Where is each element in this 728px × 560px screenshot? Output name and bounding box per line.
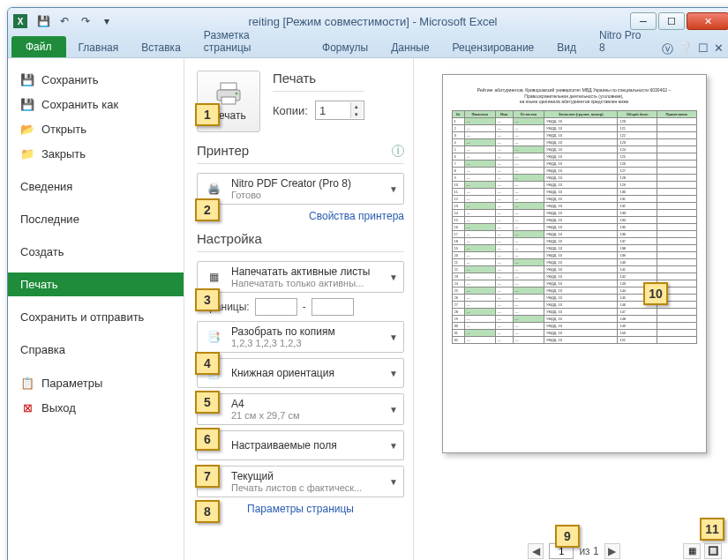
scaling-dropdown[interactable]: ⎙ ТекущийПечать листов с фактическ... ▼	[197, 466, 404, 497]
menu-new[interactable]: Создать	[8, 240, 184, 264]
copies-input[interactable]: 1 ▴▾	[315, 101, 364, 120]
print-section-title: Печать	[273, 71, 364, 86]
menu-exit[interactable]: ⊠Выход	[8, 395, 184, 420]
menu-close-label: Закрыть	[41, 147, 86, 161]
svg-rect-0	[221, 83, 236, 90]
tab-file[interactable]: Файл	[11, 36, 66, 57]
chevron-down-icon: ▼	[389, 273, 398, 282]
menu-recent-label: Последние	[20, 213, 79, 226]
collate-label: Разобрать по копиям	[231, 325, 382, 338]
copies-value: 1	[319, 104, 326, 117]
show-margins-button[interactable]: ▦	[683, 543, 701, 559]
tab-page-layout[interactable]: Разметка страницы	[193, 26, 310, 57]
save-icon[interactable]: 💾	[34, 12, 52, 30]
menu-close[interactable]: 📁Закрыть	[8, 141, 184, 166]
tab-nitro[interactable]: Nitro Pro 8	[589, 26, 660, 57]
next-page-button[interactable]: ▶	[604, 543, 620, 559]
info-icon[interactable]: i	[392, 145, 404, 157]
tab-formulas[interactable]: Формулы	[311, 38, 379, 57]
paper-label: A4	[231, 398, 382, 410]
chevron-down-icon: ▼	[389, 441, 398, 451]
chevron-down-icon: ▼	[389, 405, 398, 414]
printer-properties-link[interactable]: Свойства принтера	[197, 210, 404, 222]
printer-status: Готово	[231, 190, 382, 200]
scaling-label: Текущий	[231, 470, 382, 482]
spin-down-icon[interactable]: ▾	[350, 110, 363, 118]
menu-info-label: Сведения	[20, 180, 72, 193]
collate-dropdown[interactable]: 📑 Разобрать по копиям1,2,3 1,2,3 1,2,3 ▼	[197, 321, 404, 353]
callout-10: 10	[643, 282, 668, 305]
window-restore-icon[interactable]: ☐	[698, 41, 709, 57]
printer-name: Nitro PDF Creator (Pro 8)	[231, 177, 382, 190]
margins-dropdown[interactable]: ✧ Настраиваемые поля ▼	[197, 430, 404, 460]
callout-9: 9	[555, 525, 580, 548]
callout-3: 3	[195, 288, 220, 311]
page-setup-link[interactable]: Параметры страницы	[197, 503, 404, 515]
close-file-icon: 📁	[20, 146, 34, 161]
chevron-down-icon: ▼	[389, 477, 398, 487]
pages-from-input[interactable]	[255, 298, 297, 316]
menu-recent[interactable]: Последние	[8, 207, 184, 231]
qat-dropdown-icon[interactable]: ▾	[98, 12, 116, 30]
tab-data[interactable]: Данные	[380, 38, 439, 57]
menu-new-label: Создать	[20, 245, 64, 258]
app-window: X 💾 ↶ ↷ ▾ reiting [Режим совместимости] …	[7, 7, 728, 560]
menu-help[interactable]: Справка	[8, 338, 184, 362]
backstage-menu: 💾Сохранить 💾Сохранить как 📂Открыть 📁Закр…	[8, 58, 184, 560]
callout-1: 1	[195, 103, 220, 126]
menu-options[interactable]: 📋Параметры	[8, 370, 184, 395]
ribbon-tabs: Файл Главная Вставка Разметка страницы Ф…	[8, 34, 728, 57]
callout-4: 4	[195, 352, 220, 375]
svg-rect-2	[221, 97, 236, 104]
orientation-dropdown[interactable]: 📄 Книжная ориентация ▼	[197, 358, 404, 388]
menu-print[interactable]: Печать	[8, 273, 184, 296]
help-icon[interactable]: ❔	[679, 41, 693, 57]
menu-share-label: Сохранить и отправить	[20, 310, 144, 324]
scaling-sub: Печать листов с фактическ...	[231, 482, 382, 493]
minimize-ribbon-icon[interactable]: ⓥ	[662, 41, 673, 57]
print-what-label: Напечатать активные листы	[231, 265, 382, 278]
callout-7: 7	[195, 465, 220, 488]
settings-section-title: Настройка	[197, 231, 404, 246]
print-what-dropdown[interactable]: ▦ Напечатать активные листыНапечатать то…	[197, 261, 404, 293]
undo-icon[interactable]: ↶	[56, 12, 73, 30]
zoom-controls: ▦ 🔲	[683, 543, 722, 559]
window-close-icon[interactable]: ✕	[714, 41, 724, 57]
quick-access-toolbar: 💾 ↶ ↷ ▾	[34, 12, 116, 30]
menu-save-as-label: Сохранить как	[41, 98, 118, 111]
open-icon: 📂	[20, 122, 34, 136]
menu-options-label: Параметры	[41, 377, 102, 390]
callout-5: 5	[195, 391, 220, 414]
prev-page-button[interactable]: ◀	[528, 543, 544, 559]
menu-save[interactable]: 💾Сохранить	[8, 67, 184, 92]
excel-icon: X	[13, 14, 27, 28]
svg-point-3	[236, 93, 238, 95]
menu-share[interactable]: Сохранить и отправить	[8, 305, 184, 329]
menu-open-label: Открыть	[41, 123, 86, 136]
orientation-label: Книжная ориентация	[231, 367, 382, 379]
backstage-view: 💾Сохранить 💾Сохранить как 📂Открыть 📁Закр…	[8, 57, 728, 560]
menu-open[interactable]: 📂Открыть	[8, 116, 184, 141]
tab-home[interactable]: Главная	[68, 38, 130, 57]
maximize-button[interactable]: ☐	[658, 12, 685, 30]
tab-review[interactable]: Рецензирование	[442, 38, 545, 57]
printer-dropdown[interactable]: 🖨️ Nitro PDF Creator (Pro 8)Готово ▼	[197, 173, 404, 205]
tab-view[interactable]: Вид	[546, 38, 587, 57]
printer-device-icon: 🖨️	[203, 178, 224, 199]
save-as-icon: 💾	[20, 97, 34, 111]
redo-icon[interactable]: ↷	[77, 12, 94, 30]
zoom-page-button[interactable]: 🔲	[704, 543, 722, 559]
print-preview-pane: Рейтинг абитуриентов. Криворожский униве…	[414, 58, 728, 560]
tab-insert[interactable]: Вставка	[131, 38, 191, 57]
spin-up-icon[interactable]: ▴	[350, 102, 363, 110]
callout-6: 6	[195, 428, 220, 451]
menu-save-label: Сохранить	[41, 73, 99, 86]
menu-info[interactable]: Сведения	[8, 175, 184, 198]
copies-label: Копии:	[273, 104, 308, 117]
callout-2: 2	[195, 198, 220, 221]
close-button[interactable]: ✕	[687, 12, 728, 30]
chevron-down-icon: ▼	[389, 332, 398, 342]
pages-to-input[interactable]	[311, 298, 354, 316]
menu-save-as[interactable]: 💾Сохранить как	[8, 92, 184, 116]
paper-dropdown[interactable]: ▭ A421 см x 29,7 см ▼	[197, 393, 404, 425]
